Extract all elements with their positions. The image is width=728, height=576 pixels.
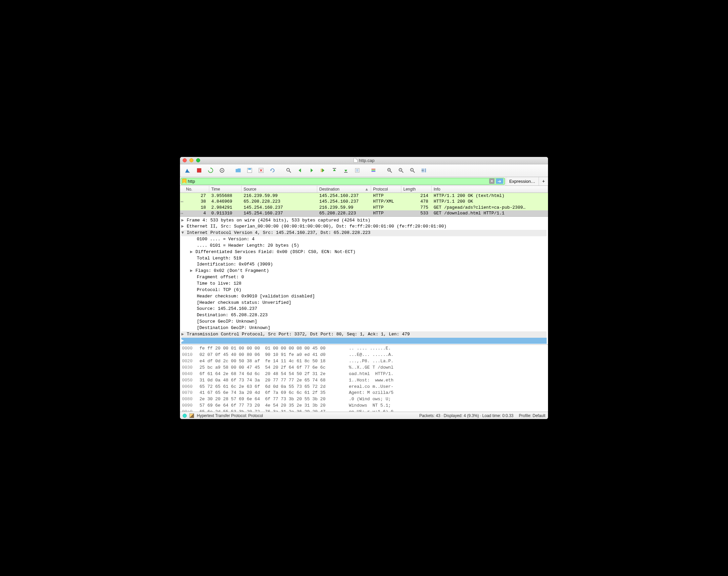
svg-line-21 bbox=[390, 171, 392, 173]
open-file-icon[interactable] bbox=[233, 166, 243, 175]
tree-ip-dsf[interactable]: Differentiated Services Field: 0x00 (DSC… bbox=[195, 249, 356, 255]
auto-scroll-icon[interactable] bbox=[352, 166, 362, 175]
titlebar: http.cap bbox=[180, 157, 548, 164]
zoom-icon[interactable] bbox=[196, 158, 200, 162]
col-info[interactable]: Info bbox=[432, 186, 548, 193]
go-back-icon[interactable] bbox=[295, 166, 305, 175]
tree-ip-fragoff[interactable]: Fragment offset: 0 bbox=[197, 274, 244, 281]
packet-cell-proto: HTTP bbox=[371, 193, 401, 198]
packet-row[interactable]: ↦40.911310145.254.160.23765.208.228.223H… bbox=[180, 210, 548, 217]
hex-line[interactable]: 007041 67 65 6e 74 3a 20 4d 6f 7a 69 6c … bbox=[182, 390, 546, 396]
svg-rect-19 bbox=[371, 171, 375, 172]
hex-line[interactable]: 006065 72 65 61 6c 2e 63 6f 6d 0d 0a 55 … bbox=[182, 384, 546, 390]
reload-file-icon[interactable] bbox=[267, 166, 277, 175]
tree-ip-cksum-status[interactable]: [Header checksum status: Unverified] bbox=[197, 300, 291, 306]
hex-line[interactable]: 00a065 6e 2d 55 53 3b 20 72 76 3a 31 2e … bbox=[182, 409, 546, 412]
tree-ip-geo-src[interactable]: [Source GeoIP: Unknown] bbox=[197, 319, 257, 325]
statusbar: Hypertext Transfer Protocol: Protocol Pa… bbox=[180, 412, 548, 419]
minimize-icon[interactable] bbox=[189, 158, 193, 162]
packet-row[interactable]: 273.955688216.239.59.99145.254.160.237HT… bbox=[180, 193, 548, 199]
packet-cell-info: HTTP/1.1 200 OK bbox=[432, 199, 548, 204]
hex-line[interactable]: 009057 69 6e 64 6f 77 73 20 4e 54 20 35 … bbox=[182, 403, 546, 409]
tree-ip-geo-dst[interactable]: [Destination GeoIP: Unknown] bbox=[197, 325, 270, 332]
hex-line[interactable]: 0000fe ff 20 00 01 00 00 00 01 00 00 00 … bbox=[182, 345, 546, 352]
svg-point-2 bbox=[221, 170, 222, 171]
go-to-packet-icon[interactable] bbox=[318, 166, 328, 175]
expert-info-icon[interactable] bbox=[183, 414, 187, 418]
col-protocol[interactable]: Protocol bbox=[371, 186, 401, 193]
tree-ip-proto[interactable]: Protocol: TCP (6) bbox=[197, 287, 242, 293]
go-last-icon[interactable] bbox=[341, 166, 351, 175]
hex-line[interactable]: 00406f 61 64 2e 68 74 6d 6c 20 48 54 54 … bbox=[182, 371, 546, 377]
col-source[interactable]: Source bbox=[242, 186, 317, 193]
zoom-reset-icon[interactable]: = bbox=[407, 166, 417, 175]
status-left: Hypertext Transfer Protocol: Protocol bbox=[197, 413, 263, 418]
packet-cell-time: 2.984291 bbox=[209, 205, 242, 210]
go-first-icon[interactable] bbox=[329, 166, 340, 175]
tree-ip-hdrlen[interactable]: .... 0101 = Header Length: 20 bytes (5) bbox=[197, 242, 299, 249]
col-dest[interactable]: Destination ▲ bbox=[317, 186, 371, 193]
capture-options-icon[interactable] bbox=[217, 166, 227, 175]
svg-line-25 bbox=[402, 171, 403, 173]
go-forward-icon[interactable] bbox=[306, 166, 317, 175]
packet-cell-dst: 65.208.228.223 bbox=[317, 211, 371, 216]
filter-input-container[interactable]: ✕ ➔ bbox=[181, 178, 505, 185]
status-profile[interactable]: Profile: Default bbox=[519, 413, 545, 418]
svg-text:=: = bbox=[411, 169, 412, 171]
expression-button[interactable]: Expression… bbox=[506, 177, 539, 185]
edit-icon[interactable] bbox=[189, 413, 194, 418]
hex-line[interactable]: 00802e 30 20 28 57 69 6e 64 6f 77 73 3b … bbox=[182, 396, 546, 403]
tree-ip-ident[interactable]: Identification: 0x0f45 (3909) bbox=[197, 261, 273, 268]
hex-line[interactable]: 001002 07 0f 45 40 00 80 06 90 10 91 fe … bbox=[182, 352, 546, 358]
apply-filter-icon[interactable]: ➔ bbox=[496, 178, 503, 184]
hex-line[interactable]: 0020e4 df 0d 2c 00 50 38 af fe 14 11 4c … bbox=[182, 358, 546, 365]
restart-capture-icon[interactable] bbox=[206, 166, 216, 175]
tree-ip-src[interactable]: Source: 145.254.160.237 bbox=[197, 306, 257, 312]
svg-rect-0 bbox=[197, 168, 201, 172]
close-file-icon[interactable] bbox=[256, 166, 266, 175]
packet-row[interactable]: ↤384.84696965.208.228.223145.254.160.237… bbox=[180, 199, 548, 205]
packet-bytes[interactable]: 0000fe ff 20 00 01 00 00 00 01 00 00 00 … bbox=[180, 344, 548, 412]
tree-eth[interactable]: Ethernet II, Src: Superlan_00:00:00 (00:… bbox=[187, 224, 447, 230]
stop-capture-icon[interactable] bbox=[194, 166, 204, 175]
packet-cell-no: 38 bbox=[184, 199, 209, 204]
window-title-text: http.cap bbox=[359, 158, 374, 163]
tree-ip-dst[interactable]: Destination: 65.208.228.223 bbox=[197, 312, 268, 319]
col-no[interactable]: No. bbox=[184, 186, 209, 193]
hex-line[interactable]: 003025 bc a9 58 00 00 47 45 54 20 2f 64 … bbox=[182, 365, 546, 371]
packet-cell-proto: HTTP bbox=[371, 205, 401, 210]
tree-ip-flags[interactable]: Flags: 0x02 (Don't Fragment) bbox=[195, 268, 269, 274]
display-filter-bar: ✕ ➔ Expression… + bbox=[180, 177, 548, 186]
tree-ip-version[interactable]: 0100 .... = Version: 4 bbox=[197, 236, 255, 242]
svg-rect-18 bbox=[371, 170, 375, 171]
window-controls bbox=[183, 158, 200, 162]
close-icon[interactable] bbox=[183, 158, 187, 162]
packet-details[interactable]: ▶Frame 4: 533 bytes on wire (4264 bits),… bbox=[180, 217, 548, 345]
zoom-out-icon[interactable] bbox=[396, 166, 406, 175]
packet-cell-proto: HTTP/XML bbox=[371, 199, 401, 204]
shark-fin-icon[interactable] bbox=[183, 166, 193, 175]
packet-list[interactable]: 273.955688216.239.59.99145.254.160.237HT… bbox=[180, 193, 548, 217]
hex-line[interactable]: 005031 0d 0a 48 6f 73 74 3a 20 77 77 77 … bbox=[182, 377, 546, 384]
add-filter-button[interactable]: + bbox=[539, 177, 548, 185]
bookmark-icon[interactable] bbox=[182, 179, 186, 183]
resize-columns-icon[interactable] bbox=[419, 166, 429, 175]
col-time[interactable]: Time bbox=[209, 186, 242, 193]
clear-filter-icon[interactable]: ✕ bbox=[489, 178, 494, 184]
tree-ip-cksum[interactable]: Header checksum: 0x9010 [validation disa… bbox=[197, 293, 315, 300]
tree-frame[interactable]: Frame 4: 533 bytes on wire (4264 bits), … bbox=[187, 218, 370, 224]
packet-cell-dst: 145.254.160.237 bbox=[317, 193, 371, 198]
packet-cell-src: 145.254.160.237 bbox=[242, 205, 317, 210]
tree-ip-ttl[interactable]: Time to live: 128 bbox=[197, 281, 242, 287]
tree-ip-totlen[interactable]: Total Length: 519 bbox=[197, 255, 242, 262]
tree-tcp[interactable]: Transmission Control Protocol, Src Port:… bbox=[187, 332, 410, 338]
svg-line-28 bbox=[413, 171, 415, 173]
packet-row[interactable]: 182.984291145.254.160.237216.239.59.99HT… bbox=[180, 205, 548, 210]
colorize-icon[interactable] bbox=[368, 166, 378, 175]
display-filter-input[interactable] bbox=[188, 179, 488, 184]
find-packet-icon[interactable] bbox=[284, 166, 294, 175]
col-length[interactable]: Length bbox=[401, 186, 432, 193]
zoom-in-icon[interactable] bbox=[384, 166, 395, 175]
save-file-icon[interactable] bbox=[245, 166, 255, 175]
tree-ip[interactable]: Internet Protocol Version 4, Src: 145.25… bbox=[187, 230, 370, 236]
